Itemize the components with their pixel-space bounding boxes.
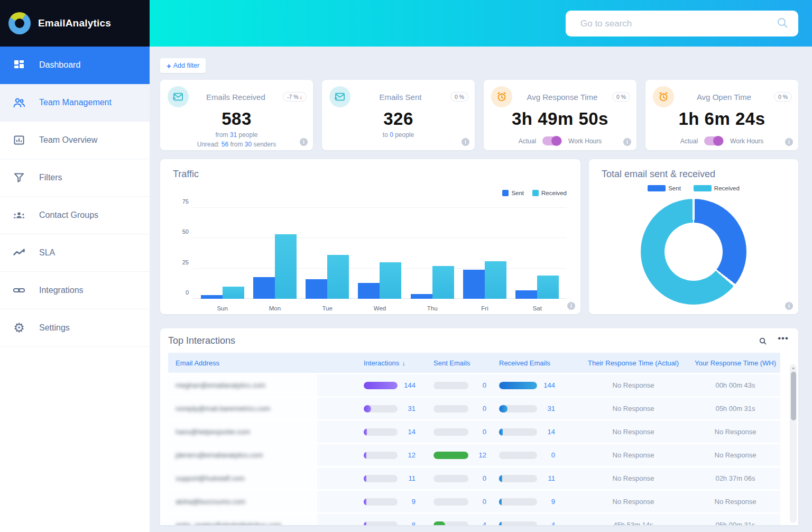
column-header-1[interactable]: Interactions↓	[358, 359, 428, 367]
bar-fill	[364, 382, 398, 389]
info-icon[interactable]: i	[623, 138, 631, 146]
alarm-icon	[653, 86, 674, 107]
bar-fill	[499, 405, 508, 412]
column-header-4[interactable]: Their Response Time (Actual)	[576, 359, 690, 367]
received-bar	[485, 261, 506, 299]
sent-bar	[253, 277, 275, 299]
y-tick-label: 25	[175, 259, 189, 265]
column-header-2[interactable]: Sent Emails	[428, 359, 494, 367]
legend-label: Received	[714, 185, 740, 191]
their-response-cell: No Response	[576, 428, 690, 436]
traffic-chart-title: Traffic	[173, 169, 568, 180]
trend-badge: 0 %	[450, 92, 468, 102]
info-icon[interactable]: i	[785, 302, 793, 310]
stat-card-value: 1h 6m 24s	[645, 109, 798, 129]
stat-card-subtext: Unread: 56 from 30 senders	[160, 141, 313, 148]
legend-swatch	[694, 185, 712, 191]
info-icon[interactable]: i	[785, 138, 793, 146]
column-header-3[interactable]: Received Emails	[494, 359, 576, 367]
column-header-0[interactable]: Email Address	[168, 359, 358, 367]
table-search-icon[interactable]	[759, 337, 767, 345]
email-cell: noreply@mail.baremetrics.com	[168, 398, 358, 419]
envelope-icon	[168, 86, 189, 107]
sidebar-item-team-overview[interactable]: Team Overview	[0, 122, 150, 159]
bar-value: 0	[473, 405, 486, 412]
bar-track	[433, 382, 468, 389]
table-row[interactable]: anita_spates@aholistikglobus.com84445h 5…	[168, 514, 780, 525]
interactions-cell: 9	[358, 498, 428, 506]
table-row[interactable]: hans@helpexporter.com14014No ResponseNo …	[168, 421, 780, 443]
bar-track	[499, 521, 537, 526]
stat-card-value: 3h 49m 50s	[484, 109, 636, 129]
email-address: aloha@buzzsumo.com	[176, 498, 245, 506]
sent-emails-cell: 0	[428, 498, 494, 506]
bar-value: 14	[402, 428, 416, 436]
bar-value: 0	[473, 428, 486, 436]
received-emails-cell: 4	[494, 521, 576, 525]
bar-track	[364, 382, 398, 389]
sort-desc-icon[interactable]: ↓	[402, 359, 405, 367]
stat-card-emails-sent: Emails Sent0 %326to 0 peoplei	[322, 80, 475, 150]
legend-item-received: Received	[694, 185, 740, 191]
bar-track	[364, 452, 398, 459]
email-cell: meghan@emailanalytics.com	[168, 374, 358, 396]
bar-group-mon: Mon	[253, 234, 297, 299]
table-row[interactable]: jdeners@emailanalytics.com12120No Respon…	[168, 444, 780, 466]
legend-swatch	[532, 190, 539, 196]
traffic-plot: 0255075SunMonTueWedThuFriSat	[193, 208, 567, 299]
logo-area: EmailAnalytics	[0, 0, 150, 47]
bar-track	[364, 498, 398, 506]
legend-swatch	[648, 185, 666, 191]
scrollbar-up-arrow[interactable]: ▲	[791, 366, 795, 370]
donut-chart-title: Total email sent & received	[602, 169, 786, 180]
main-content: + Add filter Emails Received-7 %↓583from…	[150, 47, 812, 532]
brand-logo-icon	[8, 12, 31, 34]
table-row[interactable]: meghan@emailanalytics.com1440144No Respo…	[168, 374, 780, 396]
sidebar-item-contact-groups[interactable]: Contact Groups	[0, 197, 150, 234]
sidebar: EmailAnalytics DashboardTeam ManagementT…	[0, 0, 150, 532]
bar-fill	[433, 452, 468, 459]
table-row[interactable]: aloha@buzzsumo.com909No ResponseNo Respo…	[168, 491, 780, 512]
bar-fill	[364, 498, 366, 506]
column-header-5[interactable]: Your Response Time (WH)	[690, 359, 780, 367]
sidebar-item-filters[interactable]: Filters	[0, 159, 150, 197]
table-row[interactable]: noreply@mail.baremetrics.com31031No Resp…	[168, 398, 780, 419]
scrollbar-thumb[interactable]	[791, 372, 796, 420]
sidebar-item-team-management[interactable]: Team Management	[0, 84, 150, 122]
bar-value: 0	[473, 381, 486, 389]
sent-bar	[358, 283, 380, 299]
bar-track	[433, 405, 468, 412]
your-response-cell: No Response	[690, 428, 780, 436]
info-icon[interactable]: i	[567, 302, 575, 310]
global-search[interactable]	[566, 11, 798, 36]
sent-emails-cell: 12	[428, 451, 494, 459]
actual-workhours-toggle[interactable]	[542, 136, 562, 145]
add-filter-button[interactable]: + Add filter	[160, 58, 206, 73]
bar-track	[364, 475, 398, 482]
time-mode-toggle-row: ActualWork Hours	[484, 136, 636, 145]
sent-bar	[515, 290, 537, 299]
info-icon[interactable]: i	[300, 138, 308, 146]
table-row[interactable]: support@hubstaff.com11011No Response02h …	[168, 467, 780, 489]
table-menu-icon[interactable]: •••	[778, 337, 789, 345]
sidebar-item-settings[interactable]: ⚙Settings	[0, 309, 150, 347]
email-address: meghan@emailanalytics.com	[176, 381, 265, 389]
search-input[interactable]	[580, 19, 776, 29]
integrations-icon	[13, 284, 25, 297]
sidebar-item-integrations[interactable]: Integrations	[0, 272, 150, 309]
legend-label: Received	[541, 190, 567, 196]
sent-bar	[411, 294, 432, 299]
top-bar	[150, 0, 812, 47]
stat-card-value: 326	[322, 109, 475, 129]
sidebar-item-dashboard[interactable]: Dashboard	[0, 47, 150, 84]
received-bar	[380, 262, 401, 299]
actual-workhours-toggle[interactable]	[704, 136, 724, 145]
table-scrollbar[interactable]: ▲	[790, 364, 797, 523]
sidebar-item-sla[interactable]: SLA	[0, 234, 150, 272]
y-tick-label: 75	[175, 198, 189, 205]
their-response-cell: No Response	[576, 405, 690, 412]
received-emails-cell: 0	[494, 451, 576, 459]
info-icon[interactable]: i	[462, 138, 469, 146]
bar-value: 144	[402, 381, 416, 389]
search-icon[interactable]	[776, 16, 789, 31]
